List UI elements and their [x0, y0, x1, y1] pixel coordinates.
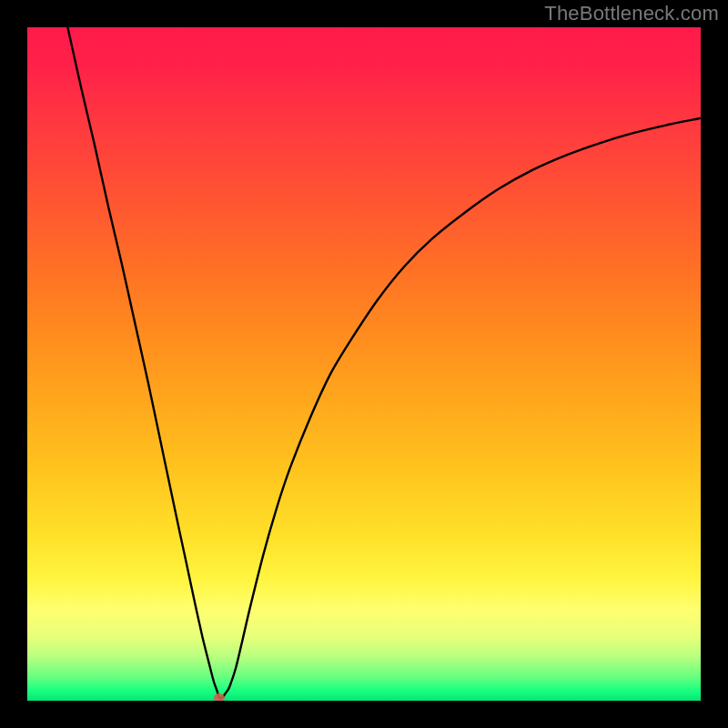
plot-area: [27, 27, 701, 701]
minimum-marker: [214, 693, 225, 701]
curve-layer: [27, 27, 701, 701]
chart-container: TheBottleneck.com: [0, 0, 728, 728]
bottleneck-curve: [67, 27, 701, 698]
watermark-text: TheBottleneck.com: [544, 2, 719, 25]
